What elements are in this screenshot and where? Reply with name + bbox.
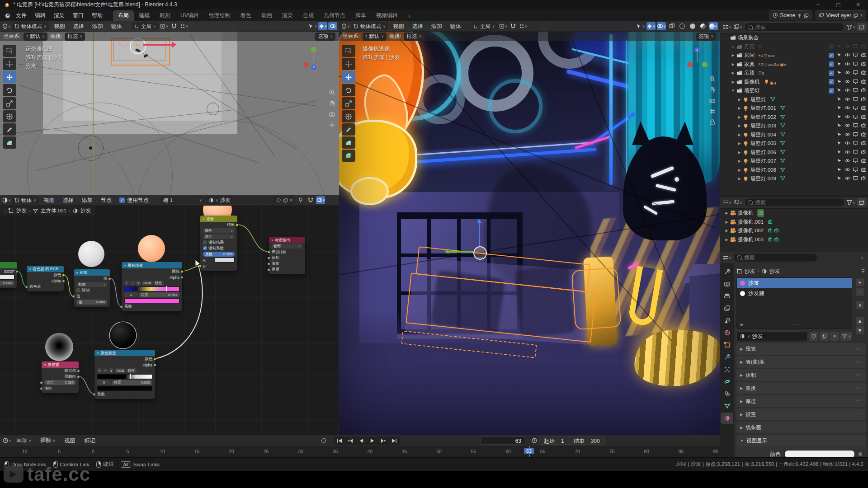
copy-icon[interactable] xyxy=(820,332,829,341)
play-button[interactable] xyxy=(367,437,377,445)
outliner-item-墙壁灯.007[interactable]: ▶墙壁灯.007 xyxy=(720,157,868,166)
selectable-icon[interactable] xyxy=(836,131,842,138)
outliner-item-吊顶[interactable]: ▶吊顶▽5✓ xyxy=(720,69,868,78)
selectable-icon[interactable] xyxy=(836,43,842,50)
new-viewlayer-icon[interactable] xyxy=(853,13,858,18)
viewlayer-selector[interactable]: ViewLayer × xyxy=(816,10,866,20)
snap-magnet-icon[interactable] xyxy=(509,22,518,30)
output-socket-颜色[interactable] xyxy=(62,273,65,277)
ramp-control[interactable]: 线性 xyxy=(127,368,137,373)
input-socket-体积[interactable] xyxy=(267,256,270,259)
viewport-disable-icon[interactable] xyxy=(853,175,859,182)
panel-厚度[interactable]: ▶厚度∷∷ xyxy=(736,395,866,407)
outliner-item-摄像机[interactable]: ▶摄像机 xyxy=(720,209,868,218)
node-checkbox[interactable] xyxy=(203,240,207,244)
input-socket-值[interactable] xyxy=(72,295,75,298)
input-socket-法向[interactable] xyxy=(40,387,43,390)
color-swatch-A[interactable] xyxy=(215,258,235,263)
item-label[interactable]: 墙壁灯.009 xyxy=(750,175,776,182)
tool-select-button[interactable] xyxy=(3,45,16,57)
viewport-disable-icon[interactable] xyxy=(853,114,859,121)
close-icon[interactable]: ✕ xyxy=(848,0,868,9)
exclude-checkbox[interactable]: ✓ xyxy=(829,79,834,84)
shield-fake-user-icon[interactable] xyxy=(276,198,281,203)
outliner-item-家具[interactable]: ▶家具⌖2▽252a3▣5✓ xyxy=(720,60,868,69)
timeline-menu-marker[interactable]: 标记 xyxy=(80,435,99,446)
expand-icon[interactable]: ▶ xyxy=(736,115,742,119)
timeline-menu-playback[interactable]: 回放 ∨ xyxy=(12,435,35,446)
play-reverse-button[interactable] xyxy=(356,437,367,445)
viewport-disable-icon[interactable] xyxy=(853,43,859,50)
hide-eye-icon[interactable] xyxy=(844,149,850,156)
properties-tab-output[interactable] xyxy=(721,291,733,302)
ramp-control[interactable]: + xyxy=(124,281,129,286)
ramp-control[interactable]: ∨ xyxy=(136,281,141,286)
outliner-item-墙壁灯.008[interactable]: ▶墙壁灯.008 xyxy=(720,166,868,175)
editor-type-icon[interactable]: ∨ xyxy=(2,22,11,30)
tool-scale-button[interactable] xyxy=(3,97,16,109)
node-slider-[interactable]: 0.000 xyxy=(0,281,14,286)
exclude-checkbox[interactable]: ✓ xyxy=(829,70,834,76)
jump-to-start-button[interactable] xyxy=(335,437,345,445)
outliner-item-墙壁灯[interactable]: ▼墙壁灯✓ xyxy=(720,86,868,95)
properties-tab-render[interactable] xyxy=(721,278,733,290)
zoom-icon[interactable] xyxy=(329,89,335,96)
coord-dropdown[interactable]: ⤒默认∨ xyxy=(24,33,47,41)
camera-view-icon[interactable] xyxy=(709,97,716,104)
snap-magnet-icon[interactable] xyxy=(170,22,179,30)
item-label[interactable]: 摄像机.001 xyxy=(738,219,764,225)
input-socket-表(曲)面[interactable] xyxy=(267,250,270,253)
orientation-dropdown[interactable]: 全局∨ xyxy=(132,22,159,30)
panel-表(曲)面[interactable]: ▶表(曲)面∷∷ xyxy=(736,356,866,368)
tool-move-button[interactable] xyxy=(3,71,16,83)
shading-wireframe-icon[interactable] xyxy=(678,22,687,30)
output-socket-菲涅尔[interactable] xyxy=(77,369,80,372)
expand-icon[interactable]: ▶ xyxy=(736,150,742,155)
input-socket-系数[interactable] xyxy=(120,305,123,308)
render-disable-icon[interactable] xyxy=(861,105,867,112)
tool-measure-button[interactable] xyxy=(3,136,16,149)
tool-transform-button[interactable] xyxy=(342,110,355,122)
options-dropdown-top[interactable]: 选项∨ xyxy=(315,33,335,41)
outliner-item-墙壁灯.004[interactable]: ▶墙壁灯.004 xyxy=(720,131,868,140)
material-slot-list[interactable]: 沙发沙发腿 ▶ ∷∷ xyxy=(736,277,852,329)
maximize-icon[interactable]: ▢ xyxy=(828,0,848,9)
shading-solid-icon[interactable] xyxy=(688,22,697,30)
selectable-icon[interactable] xyxy=(836,122,842,129)
tool-rotate-button[interactable] xyxy=(342,84,355,96)
viewport-disable-icon[interactable] xyxy=(853,140,859,147)
ramp-index[interactable]: 0 xyxy=(97,380,111,385)
hide-eye-icon[interactable] xyxy=(844,79,850,85)
node-editor-menu[interactable]: 选择 xyxy=(59,195,78,206)
workspace-tab-渲染[interactable]: 渲染 xyxy=(277,10,298,21)
viewport-disable-icon[interactable] xyxy=(853,158,859,164)
new-scene-icon[interactable] xyxy=(804,13,809,18)
node-header[interactable]: ∨混合 xyxy=(200,216,237,222)
node-editor-menu[interactable]: 节点 xyxy=(97,195,116,206)
workspace-tab-合成[interactable]: 合成 xyxy=(298,10,319,21)
slot-button-4[interactable]: ▼ xyxy=(856,326,864,334)
expand-icon[interactable]: ▶ xyxy=(736,168,742,172)
gizmos-toggle-icon[interactable]: ∨ xyxy=(646,22,656,30)
render-disable-icon[interactable] xyxy=(861,158,867,164)
tool-scale-button[interactable] xyxy=(342,97,355,109)
panel-线条画[interactable]: ▶线条画∷∷ xyxy=(736,422,866,433)
tool-transform-button[interactable] xyxy=(3,110,16,122)
menubar-item[interactable]: 编辑 xyxy=(31,10,50,21)
properties-tab-constraints[interactable] xyxy=(721,388,733,399)
hide-eye-icon[interactable] xyxy=(844,114,850,121)
snap-icon[interactable] xyxy=(306,196,315,204)
expand-icon[interactable]: ▶ xyxy=(724,229,730,233)
current-frame-field[interactable]: 63 xyxy=(480,436,525,445)
ramp-control[interactable]: ∨ xyxy=(108,368,114,373)
orientation-dropdown[interactable]: 全局∨ xyxy=(471,22,498,30)
outliner-item-墙壁灯.009[interactable]: ▶墙壁灯.009 xyxy=(720,174,868,183)
node-editor-menu[interactable]: 添加 xyxy=(78,195,97,206)
hide-eye-icon[interactable] xyxy=(844,140,850,147)
next-keyframe-button[interactable] xyxy=(378,437,388,445)
hide-eye-icon[interactable] xyxy=(844,43,850,50)
workspace-tab-脚本[interactable]: 脚本 xyxy=(350,10,371,21)
pin-icon[interactable] xyxy=(797,13,802,18)
outliner-item-墙壁灯.005[interactable]: ▶墙壁灯.005 xyxy=(720,139,868,148)
hide-eye-icon[interactable] xyxy=(844,105,850,112)
